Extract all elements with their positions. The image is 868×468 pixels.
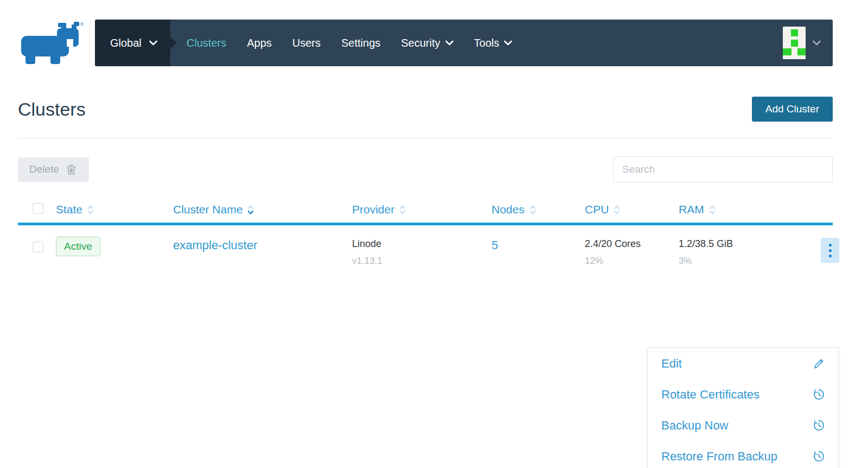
- nav-item-tools[interactable]: Tools: [474, 37, 513, 49]
- rancher-logo[interactable]: ®: [19, 20, 95, 66]
- sort-icon: [614, 205, 620, 215]
- column-header-ram[interactable]: RAM: [679, 203, 803, 216]
- search-input[interactable]: [613, 156, 833, 182]
- provider-value: Linode: [352, 238, 492, 250]
- nav-item-security[interactable]: Security: [401, 37, 453, 49]
- page-title: Clusters: [18, 99, 86, 120]
- rancher-bull-icon: ®: [19, 20, 85, 66]
- status-badge: Active: [56, 237, 100, 256]
- menu-item-backup-now[interactable]: Backup Now: [648, 410, 838, 441]
- main-nav: Global Clusters Apps Users Settings Secu…: [95, 20, 833, 66]
- cpu-percent: 12%: [585, 256, 679, 267]
- bulk-delete-button[interactable]: Delete: [18, 157, 89, 182]
- user-avatar: [783, 27, 806, 59]
- column-header-cluster-name[interactable]: Cluster Name: [173, 203, 352, 216]
- chevron-down-icon: [813, 40, 821, 46]
- row-checkbox[interactable]: [33, 242, 43, 252]
- column-header-state[interactable]: State: [56, 203, 173, 216]
- sort-icon-active: [247, 205, 254, 215]
- column-header-nodes[interactable]: Nodes: [492, 203, 585, 216]
- history-icon: [813, 450, 825, 463]
- page-content: Clusters Add Cluster Delete State Cluste…: [18, 97, 833, 267]
- nav-item-users[interactable]: Users: [292, 37, 321, 49]
- top-bar: ® Global Clusters Apps Users Settings Se…: [19, 20, 833, 66]
- env-label: Global: [110, 37, 142, 49]
- bulk-delete-label: Delete: [29, 163, 59, 175]
- ram-percent: 3%: [679, 256, 803, 267]
- sort-icon: [399, 205, 406, 215]
- pencil-icon: [813, 357, 825, 370]
- user-menu[interactable]: [783, 27, 821, 59]
- menu-item-restore-from-backup[interactable]: Restore From Backup: [648, 441, 838, 468]
- row-actions-button[interactable]: [821, 238, 839, 263]
- select-all-checkbox[interactable]: [33, 203, 43, 214]
- table-header: State Cluster Name Provider Nodes CPU RA: [18, 197, 833, 225]
- global-env-dropdown[interactable]: Global: [95, 20, 170, 66]
- add-cluster-button[interactable]: Add Cluster: [752, 97, 833, 122]
- chevron-down-icon: [149, 40, 157, 46]
- history-icon: [813, 419, 825, 432]
- row-actions-menu: Edit Rotate Certificates Backup Now Rest…: [647, 347, 839, 468]
- chevron-down-icon: [504, 40, 512, 46]
- column-header-cpu[interactable]: CPU: [585, 203, 679, 216]
- provider-version: v1.13.1: [352, 256, 492, 267]
- table-row: Active example-cluster Linode v1.13.1 5 …: [18, 225, 833, 267]
- cpu-value: 2.4/20 Cores: [585, 238, 679, 250]
- divider: [18, 138, 833, 138]
- nodes-count-link[interactable]: 5: [492, 238, 498, 252]
- nav-item-clusters[interactable]: Clusters: [187, 37, 226, 49]
- trash-icon: [65, 163, 78, 176]
- cluster-name-link[interactable]: example-cluster: [173, 238, 257, 252]
- nav-item-settings[interactable]: Settings: [341, 37, 380, 49]
- history-icon: [813, 388, 825, 401]
- sort-icon: [87, 205, 94, 215]
- ram-value: 1.2/38.5 GiB: [679, 238, 803, 250]
- chevron-down-icon: [445, 40, 454, 46]
- sort-icon: [529, 205, 536, 215]
- menu-item-edit[interactable]: Edit: [648, 348, 838, 379]
- sort-icon: [709, 205, 716, 215]
- nav-tools-label: Tools: [474, 37, 500, 49]
- nav-security-label: Security: [401, 37, 440, 49]
- menu-item-rotate-certificates[interactable]: Rotate Certificates: [648, 379, 838, 410]
- column-header-provider[interactable]: Provider: [352, 203, 492, 216]
- svg-text:®: ®: [80, 22, 84, 27]
- nav-item-apps[interactable]: Apps: [247, 37, 272, 49]
